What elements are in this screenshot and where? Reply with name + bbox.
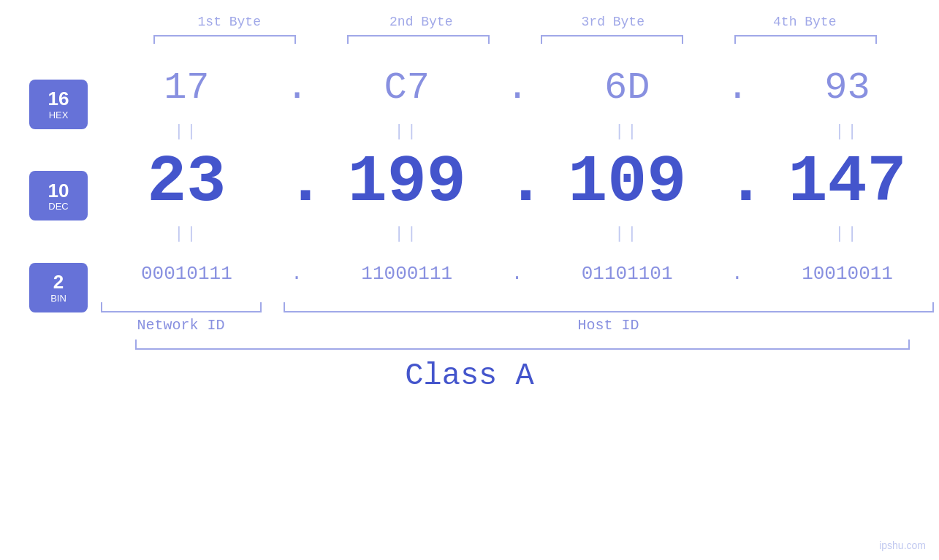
equals-2: || bbox=[334, 123, 480, 141]
content-area: 16 HEX 10 DEC 2 BIN 17 . C7 . 6D . 93 bbox=[6, 58, 934, 334]
hex-badge: 16 HEX bbox=[29, 80, 88, 129]
bin-value-2: 11000111 bbox=[334, 263, 480, 285]
top-bracket-2 bbox=[347, 35, 490, 44]
equals-6: || bbox=[334, 225, 480, 243]
dec-dot-3: . bbox=[726, 145, 748, 220]
bin-value-1: 00010111 bbox=[113, 263, 259, 285]
dec-badge-name: DEC bbox=[48, 201, 68, 212]
bin-badge-name: BIN bbox=[50, 293, 66, 304]
class-label: Class A bbox=[0, 358, 939, 394]
bin-value-3: 01101101 bbox=[554, 263, 700, 285]
underline-brackets-container bbox=[101, 302, 934, 312]
dec-dot-1: . bbox=[286, 145, 308, 220]
host-underline-bracket bbox=[284, 302, 934, 312]
host-id-label: Host ID bbox=[284, 317, 934, 334]
dec-row: 23 . 199 . 109 . 147 bbox=[101, 146, 934, 219]
network-underline-bracket bbox=[101, 302, 262, 312]
bin-dot-1: . bbox=[286, 263, 308, 285]
bin-row: 00010111 . 11000111 . 01101101 . 1001001… bbox=[101, 248, 934, 299]
byte-label-4: 4th Byte bbox=[731, 15, 878, 29]
watermark: ipshu.com bbox=[879, 540, 926, 551]
byte-labels-row: 1st Byte 2nd Byte 3rd Byte 4th Byte bbox=[134, 15, 901, 29]
dec-badge-number: 10 bbox=[48, 180, 69, 202]
network-id-label: Network ID bbox=[101, 317, 262, 334]
dec-value-4: 147 bbox=[775, 150, 921, 215]
hex-badge-number: 16 bbox=[48, 88, 69, 110]
equals-5: || bbox=[113, 225, 259, 243]
main-container: 1st Byte 2nd Byte 3rd Byte 4th Byte 16 H… bbox=[0, 0, 939, 560]
bottom-bracket bbox=[135, 340, 910, 350]
equals-4: || bbox=[775, 123, 921, 141]
byte-label-3: 3rd Byte bbox=[540, 15, 686, 29]
equals-1: || bbox=[113, 123, 259, 141]
bin-value-4: 10010011 bbox=[775, 263, 921, 285]
dec-value-3: 109 bbox=[554, 150, 700, 215]
dec-dot-2: . bbox=[506, 145, 528, 220]
dec-badge: 10 DEC bbox=[29, 171, 88, 220]
hex-value-1: 17 bbox=[113, 66, 259, 110]
bottom-bracket-container bbox=[135, 340, 910, 350]
bin-dot-3: . bbox=[726, 263, 748, 285]
hex-dot-2: . bbox=[506, 66, 528, 110]
equals-row-1: || || || || bbox=[101, 117, 934, 146]
bin-dot-2: . bbox=[506, 263, 528, 285]
top-bracket-4 bbox=[734, 35, 877, 44]
hex-dot-1: . bbox=[286, 66, 308, 110]
top-bracket-3 bbox=[541, 35, 683, 44]
equals-7: || bbox=[554, 225, 700, 243]
hex-row: 17 . C7 . 6D . 93 bbox=[101, 58, 934, 117]
hex-value-3: 6D bbox=[554, 66, 700, 110]
equals-row-2: || || || || bbox=[101, 219, 934, 248]
values-area: 17 . C7 . 6D . 93 || || || || 23 bbox=[101, 58, 934, 334]
byte-label-1: 1st Byte bbox=[156, 15, 303, 29]
id-labels-row: Network ID Host ID bbox=[101, 317, 934, 334]
top-bracket-row bbox=[128, 35, 902, 44]
byte-label-2: 2nd Byte bbox=[348, 15, 494, 29]
base-labels-col: 16 HEX 10 DEC 2 BIN bbox=[6, 58, 101, 334]
equals-8: || bbox=[775, 225, 921, 243]
equals-3: || bbox=[554, 123, 700, 141]
hex-value-2: C7 bbox=[334, 66, 480, 110]
bin-badge-number: 2 bbox=[53, 272, 64, 293]
bin-badge: 2 BIN bbox=[29, 263, 88, 312]
top-bracket-1 bbox=[153, 35, 296, 44]
hex-badge-name: HEX bbox=[49, 110, 69, 120]
hex-dot-3: . bbox=[726, 66, 748, 110]
hex-value-4: 93 bbox=[775, 66, 921, 110]
dec-value-2: 199 bbox=[334, 150, 480, 215]
dec-value-1: 23 bbox=[113, 150, 259, 215]
